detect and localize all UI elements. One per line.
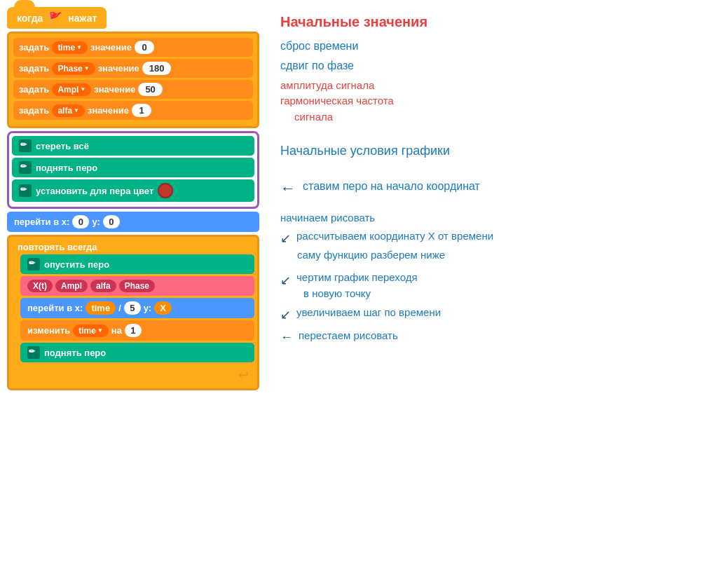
arg-alfa: alfa	[90, 280, 116, 292]
set-label-2: задать	[19, 63, 49, 74]
annotation-line2: сдвиг по фазе	[280, 60, 354, 71]
hat-block[interactable]: когда 🚩 нажат	[7, 7, 107, 29]
func-name: X(t)	[27, 280, 53, 292]
go-y-value: 0	[103, 215, 120, 228]
alfa-value: 1	[132, 104, 151, 117]
page-container: когда 🚩 нажат задать time значение 0 зад…	[0, 0, 719, 588]
time-dropdown[interactable]: time	[52, 41, 88, 54]
pen-up-label: поднять перо	[36, 163, 97, 173]
set-pen-color-label: установить для пера цвет	[36, 186, 153, 196]
slash: /	[118, 303, 121, 313]
change-label: изменить	[27, 325, 70, 336]
change-value: 1	[125, 324, 142, 337]
loop-inner: опустить перо X(t) Ampl alfa Phase перей…	[12, 254, 254, 362]
value-label-2: значение	[98, 63, 139, 74]
pen-initial-container: стереть всё поднять перо установить для …	[7, 131, 259, 209]
set-ampl-block[interactable]: задать Ampl значение 50	[13, 80, 253, 99]
go-to-label: перейти в х:	[27, 303, 83, 313]
value-label-3: значение	[94, 84, 135, 95]
phase-dropdown[interactable]: Phase	[52, 62, 95, 75]
arrow-icon-5: ←	[280, 330, 293, 345]
time-value: 0	[135, 41, 154, 54]
set-alfa-block[interactable]: задать alfa значение 1	[13, 101, 253, 120]
value-label-1: значение	[90, 42, 132, 53]
custom-function-block[interactable]: X(t) Ampl alfa Phase	[20, 276, 254, 296]
set-phase-block[interactable]: задать Phase значение 180	[13, 59, 253, 78]
phase-value: 180	[142, 62, 172, 75]
annotation-line9: саму функцию разберем ниже	[297, 249, 445, 261]
annotation-line12: увеличиваем шаг по времени	[296, 306, 441, 318]
arrow-icon-3: ↙	[280, 273, 291, 288]
annotation-line7: начинаем рисовать	[280, 212, 375, 224]
pen-up-block[interactable]: поднять перо	[12, 158, 254, 177]
set-label-1: задать	[19, 42, 49, 53]
go-y-label: у:	[92, 217, 100, 227]
loop-arrow: ↩	[12, 364, 254, 385]
div-value: 5	[124, 301, 141, 315]
annotation-line1: сброс времени	[280, 40, 358, 52]
hat-when-label: когда	[17, 13, 43, 24]
go-to-xy-block[interactable]: перейти в х: 0 у: 0	[7, 212, 259, 232]
set-label-3: задать	[19, 84, 49, 95]
annotation-line5: сигнала	[294, 111, 705, 123]
set-variables-container: задать time значение 0 задать Phase знач…	[7, 32, 259, 128]
arrow-icon-2: ↙	[280, 231, 291, 246]
set-pen-color-block[interactable]: установить для пера цвет	[12, 179, 254, 202]
go-to-xy-label: перейти в х:	[14, 217, 69, 227]
forever-label: повторять всегда	[12, 240, 254, 254]
ampl-dropdown[interactable]: Ampl	[52, 83, 91, 96]
set-label-4: задать	[19, 105, 49, 116]
pen-up-2-label: поднять перо	[44, 348, 106, 358]
flag-icon: 🚩	[48, 11, 62, 25]
annotation-section2: Начальные условия графики	[280, 144, 450, 158]
hat-pressed-label: нажат	[68, 13, 97, 24]
set-time-block[interactable]: задать time значение 0	[13, 38, 253, 57]
erase-all-label: стереть всё	[36, 141, 89, 151]
pen-up-2-block[interactable]: поднять перо	[20, 343, 254, 362]
annotation-line8: рассчитываем координату X от времени	[296, 230, 493, 242]
annotation-title: Начальные значения	[280, 14, 427, 29]
pen-icon-4	[27, 258, 40, 271]
arg-phase: Phase	[119, 280, 155, 292]
annotation-line11: в новую точку	[303, 287, 418, 299]
change-time-block[interactable]: изменить time на 1	[20, 320, 254, 341]
alfa-dropdown[interactable]: alfa	[52, 104, 85, 117]
pen-down-block[interactable]: опустить перо	[20, 254, 254, 274]
pen-color-dot[interactable]	[158, 183, 173, 198]
arrow-icon-4: ↙	[280, 307, 291, 322]
annotation-line6: ставим перо на начало координат	[303, 180, 480, 193]
arg-ampl: Ampl	[55, 280, 88, 292]
pen-icon-5	[27, 346, 40, 359]
pen-icon-1	[19, 139, 32, 152]
go-to-time-block[interactable]: перейти в х: time / 5 у: X	[20, 298, 254, 318]
annotation-line4: гармоническая частота	[280, 95, 705, 107]
pen-down-label: опустить перо	[44, 259, 109, 270]
pen-icon-3	[19, 184, 32, 197]
arrow-icon-1: ←	[280, 179, 296, 198]
change-on-label: на	[111, 325, 122, 336]
annotation-line3: амплитуда сигнала	[280, 79, 374, 91]
x-var: X	[154, 301, 172, 315]
pen-icon-2	[19, 161, 32, 174]
y-label: у:	[144, 303, 151, 313]
value-label-4: значение	[88, 105, 129, 116]
time-var: time	[85, 301, 116, 315]
forever-loop-block: повторять всегда опустить перо X(t) Ampl…	[7, 235, 259, 390]
annotation-line13: перестаем рисовать	[299, 329, 398, 341]
go-x-value: 0	[72, 215, 89, 228]
blocks-area: когда 🚩 нажат задать time значение 0 зад…	[0, 0, 266, 588]
annotations-area: Начальные значения сброс времени сдвиг п…	[266, 0, 719, 588]
annotation-line10: чертим график переходя	[296, 271, 418, 283]
erase-all-block[interactable]: стереть всё	[12, 136, 254, 156]
ampl-value: 50	[138, 83, 162, 96]
change-var-dropdown[interactable]: time	[73, 324, 109, 337]
